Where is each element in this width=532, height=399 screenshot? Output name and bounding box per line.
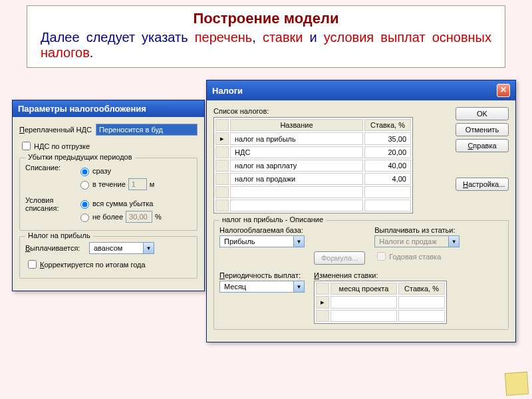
titlebar-tax-params[interactable]: Параметры налогообложения [13,100,204,117]
paid-select[interactable]: авансом ▼ [89,242,154,254]
profit-tax-title: Налог на прибыль [25,231,93,239]
chevron-down-icon: ▼ [448,236,459,247]
pay-from-label: Выплачивать из статьи: [374,226,460,234]
titlebar-taxes[interactable]: Налоги ✕ [207,80,515,100]
table-row[interactable] [316,310,445,322]
table-row[interactable]: ▸ [316,296,445,309]
slide-text-pre: Далее следует указать [41,30,195,45]
base-value: Прибыль [220,236,293,247]
tax-rate-cell: 4,00 [364,173,411,185]
cond-limit-radio[interactable] [80,213,89,222]
cond-all-radio[interactable] [80,200,89,209]
slide-title: Построение модели [41,10,491,27]
slide-red-1: перечень [195,30,253,45]
annual-rate-label: Годовая ставка [389,253,441,261]
writeoff-during-label: в течение [92,180,126,188]
base-select[interactable]: Прибыль ▼ [219,235,305,247]
tax-name-cell: налог на зарплату [230,160,363,172]
tax-rate-cell: 35,00 [364,132,411,145]
row-marker-icon [215,160,229,172]
formula-button[interactable]: Формула... [314,251,365,265]
tax-list-label: Список налогов: [213,107,449,115]
table-row[interactable]: ▸ налог на прибыль 35,00 [215,132,411,145]
config-button[interactable]: Настройка... [456,178,509,191]
tax-name-cell: НДС [230,146,363,158]
cond-limit-label: не более [92,213,123,221]
cond-unit: % [155,213,162,221]
tax-col-name: Название [230,119,363,131]
slide-tail: . [90,45,94,60]
tax-col-rate: Ставка, % [364,119,411,131]
chevron-down-icon[interactable]: ▼ [293,236,304,247]
paid-label: Выплачивается: [25,244,85,252]
changes-label: Изменения ставки: [314,271,447,279]
row-marker-icon [215,146,229,158]
period-select[interactable]: Месяц ▼ [219,281,305,293]
table-row[interactable]: налог на продажи 4,00 [215,173,411,185]
period-value: Месяц [220,281,293,292]
cond-limit-input[interactable] [126,211,152,223]
row-marker-icon: ▸ [215,132,229,145]
close-icon[interactable]: ✕ [497,84,510,97]
help-button[interactable]: Справка [456,139,509,152]
tax-name-cell: налог на продажи [230,173,363,185]
tax-table-marker-header [215,119,229,131]
table-row[interactable]: НДС 20,00 [215,146,411,158]
writeoff-unit: м [150,180,155,188]
ok-button[interactable]: OK [456,107,509,120]
corrected-label: Корректируется по итогам года [40,261,146,269]
title-taxes: Налоги [212,86,243,96]
corrected-checkbox[interactable] [28,260,37,269]
pay-from-select: Налоги с продаж ▼ [374,235,460,247]
cond-label: Условия списания: [25,196,72,225]
desc-group: налог на прибыль - Описание Налогооблага… [213,220,509,330]
table-row[interactable]: налог на зарплату 40,00 [215,160,411,172]
slide-mid-2: и [303,30,323,45]
slide-header: Построение модели Далее следует указать … [27,5,505,68]
paid-value: авансом [90,243,143,253]
tax-rate-cell: 20,00 [364,146,411,158]
ch-col-rate: Ставка, % [398,283,445,295]
writeoff-immediately-radio[interactable] [80,168,89,176]
window-taxes: Налоги ✕ Список налогов: Название Ставка… [206,80,516,342]
slide-red-2: ставки [263,30,303,45]
slide-text: Далее следует указать перечень, ставки и… [41,30,491,61]
cancel-button[interactable]: Отменить [456,123,509,136]
slide-mid-1: , [252,30,263,45]
sticky-note-icon [505,372,529,396]
tax-rate-cell: 40,00 [364,160,411,172]
tax-table[interactable]: Название Ставка, % ▸ налог на прибыль 35… [213,117,413,213]
tax-name-cell: налог на прибыль [230,132,363,145]
writeoff-during-radio[interactable] [80,181,89,190]
table-row[interactable] [215,200,411,211]
title-tax-params: Параметры налогообложения [18,104,146,114]
overpaid-vat-label: Переплаченный НДС [19,126,92,134]
chevron-down-icon[interactable]: ▼ [293,281,304,292]
ch-col-month: месяц проекта [331,283,397,295]
row-marker-header [316,283,329,295]
base-label: Налогооблагаемая база: [219,226,305,234]
row-marker-icon: ▸ [316,296,329,309]
window-tax-params: Параметры налогообложения Переплаченный … [12,100,205,291]
body-tax-params: Переплаченный НДС Переносится в буд НДС … [13,117,204,291]
row-marker-icon [215,173,229,185]
overpaid-label-rest: ереплаченный НДС [25,126,92,134]
rate-changes-table[interactable]: месяц проекта Ставка, % ▸ [314,281,447,324]
table-row[interactable] [215,186,411,198]
annual-rate-checkbox [377,252,386,261]
writeoff-immediately-label: сразу [92,167,111,175]
pay-from-value: Налоги с продаж [375,236,448,247]
period-label: Периодичность выплат: [219,271,305,279]
losses-group-title: Убытки предыдущих периодов [25,153,135,161]
vat-on-shipment-checkbox[interactable] [22,142,31,150]
body-taxes: Список налогов: Название Ставка, % ▸ нал… [207,100,515,342]
profit-tax-group: Налог на прибыль Выплачивается: авансом … [19,236,198,279]
desc-group-title: налог на прибыль - Описание [219,215,326,223]
chevron-down-icon[interactable]: ▼ [143,243,154,253]
losses-group: Убытки предыдущих периодов Списание: сра… [19,158,198,231]
overpaid-vat-select[interactable]: Переносится в буд [96,124,198,136]
vat-on-shipment-label: НДС по отгрузке [34,142,90,150]
writeoff-months-input[interactable] [128,178,147,190]
writeoff-label: Списание: [25,164,72,192]
cond-all-label: вся сумма убытка [92,200,153,207]
